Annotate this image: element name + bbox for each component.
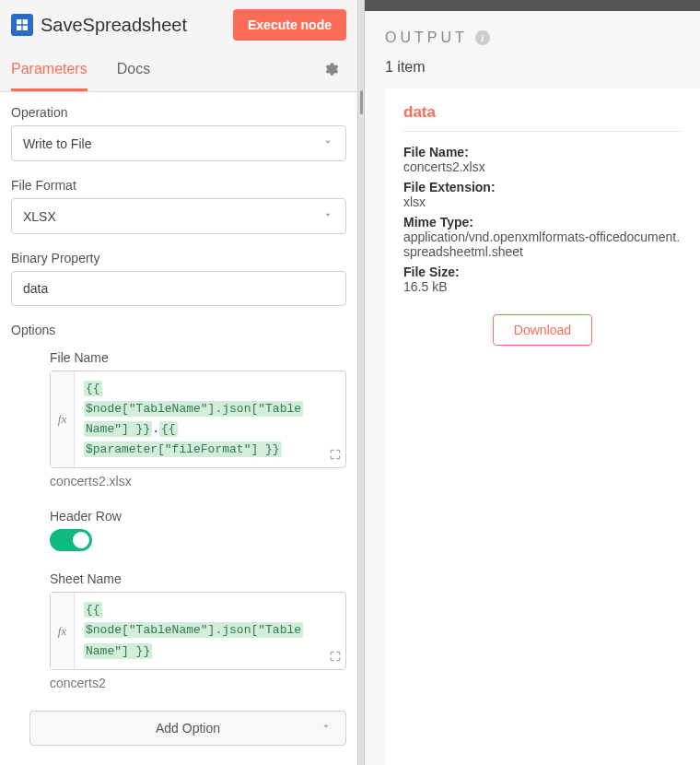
file-ext-label: File Extension: [403,180,682,194]
node-title: SaveSpreadsheet [41,15,226,36]
download-button[interactable]: Download [493,314,592,346]
operation-value: Write to File [23,136,91,151]
sheet-name-expression[interactable]: fx {{ $node["TableName"].json["Table Nam… [50,592,346,669]
file-format-value: XLSX [23,209,56,224]
top-bar [365,0,700,11]
form-body: Operation Write to File File Format XLSX… [0,92,357,765]
operation-label: Operation [11,105,346,120]
item-count: 1 item [365,53,700,88]
file-size-value: 16.5 kB [403,279,682,294]
file-name-expression[interactable]: fx {{ $node["TableName"].json["Table Nam… [50,371,346,468]
chevron-down-icon [320,720,332,736]
header-row-label: Header Row [50,509,346,524]
output-header: OUTPUT i [365,11,700,53]
chevron-down-icon [321,208,334,224]
output-card: data File Name: concerts2.xlsx File Exte… [385,88,700,765]
operation-select[interactable]: Write to File [11,125,346,161]
fx-icon: fx [51,593,75,668]
options-label: Options [11,323,346,337]
spreadsheet-icon [11,14,33,36]
execute-node-button[interactable]: Execute node [233,9,346,41]
data-heading: data [403,103,682,132]
add-option-button[interactable]: Add Option [29,711,346,746]
output-title: OUTPUT [385,29,468,46]
sheet-name-label: Sheet Name [50,571,346,586]
binary-property-label: Binary Property [11,251,346,265]
file-ext-value: xlsx [403,194,682,209]
info-icon[interactable]: i [475,30,490,45]
header-row-toggle[interactable] [50,529,92,551]
file-name-expr-content: {{ $node["TableName"].json["Table Name"]… [75,371,345,467]
binary-property-input[interactable] [11,271,346,306]
option-header-row: Header Row [50,509,346,551]
sheet-name-result: concerts2 [50,676,346,690]
mime-label: Mime Type: [403,215,682,230]
file-name-value: concerts2.xlsx [403,159,682,174]
tabs-row: Parameters Docs [0,50,357,92]
parameters-panel: SaveSpreadsheet Execute node Parameters … [0,0,357,765]
expand-icon[interactable] [329,650,342,665]
gear-icon[interactable] [315,53,346,88]
file-format-label: File Format [11,178,346,193]
sheet-name-expr-content: {{ $node["TableName"].json["Table Name"]… [75,593,345,668]
file-size-label: File Size: [403,265,682,279]
tabs: Parameters Docs [11,50,315,91]
field-binary-property: Binary Property [11,251,346,306]
option-file-name: File Name fx {{ $node["TableName"].json[… [50,350,346,488]
tab-docs[interactable]: Docs [117,50,150,91]
file-name-result: concerts2.xlsx [50,474,346,488]
file-format-select[interactable]: XLSX [11,198,346,234]
node-header: SaveSpreadsheet Execute node [0,0,357,50]
field-operation: Operation Write to File [11,105,346,161]
field-file-format: File Format XLSX [11,178,346,234]
mime-value: application/vnd.openxmlformats-officedoc… [403,230,682,259]
output-panel: OUTPUT i 1 item data File Name: concerts… [365,0,700,765]
file-name-label: File Name: [403,145,682,159]
fx-icon: fx [51,371,75,467]
toggle-knob [73,532,89,548]
chevron-down-icon [321,135,334,151]
tab-parameters[interactable]: Parameters [11,50,88,91]
option-sheet-name: Sheet Name fx {{ $node["TableName"].json… [50,571,346,689]
file-name-label: File Name [50,350,346,365]
expand-icon[interactable] [329,448,342,464]
panel-resize-handle[interactable] [357,0,365,765]
